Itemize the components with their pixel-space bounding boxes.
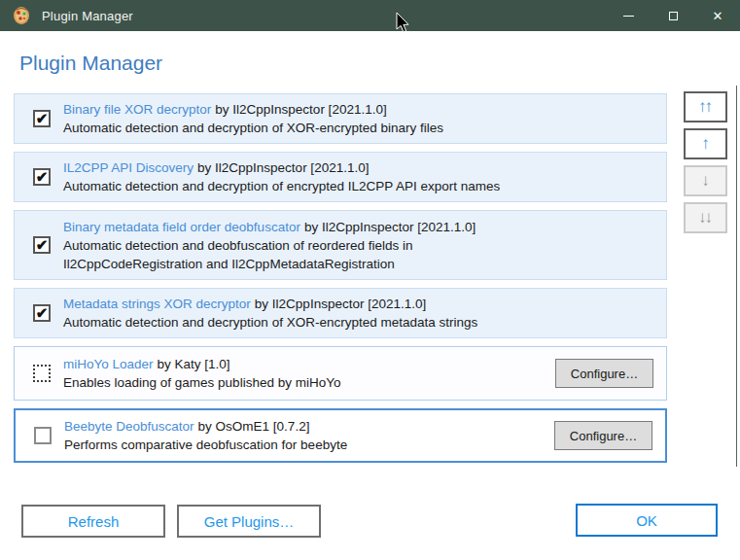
check-icon: ✔ <box>36 237 49 252</box>
minimize-icon <box>623 16 634 17</box>
double-down-arrow-icon: ↓↓ <box>698 208 711 228</box>
plugin-name-link[interactable]: Beebyte Deobfuscator <box>64 419 194 434</box>
minimize-button[interactable] <box>606 0 651 31</box>
plugin-row-il2cpp-api-discovery[interactable]: ✔ IL2CPP API Discoveryby Il2CppInspector… <box>14 152 667 202</box>
refresh-button[interactable]: Refresh <box>21 505 165 538</box>
plugin-checkbox[interactable] <box>34 427 52 444</box>
plugin-description: Automatic detection and deobfuscation of… <box>63 236 520 273</box>
plugin-description: Automatic detection and decryption of XO… <box>63 119 658 137</box>
plugin-row-beebyte-deobfuscator[interactable]: Beebyte Deobfuscatorby OsOmE1 [0.7.2] Pe… <box>14 408 667 463</box>
window-title: Plugin Manager <box>42 9 133 23</box>
move-down-button[interactable]: ↓ <box>684 165 727 196</box>
plugin-name-link[interactable]: Binary metadata field order deobfuscator <box>63 220 300 234</box>
app-logo-icon <box>11 5 32 26</box>
page-title: Plugin Manager <box>19 52 162 75</box>
close-icon: ✕ <box>713 9 723 23</box>
plugin-byline: by Il2CppInspector [2021.1.0] <box>304 220 476 234</box>
check-icon: ✔ <box>36 111 49 125</box>
plugin-checkbox[interactable]: ✔ <box>33 110 51 127</box>
plugin-description: Automatic detection and decryption of en… <box>63 177 658 195</box>
plugin-name-link[interactable]: Metadata strings XOR decryptor <box>63 297 251 311</box>
plugin-row-mihoyo-loader[interactable]: miHoYo Loaderby Katy [1.0] Enables loadi… <box>14 346 667 401</box>
plugin-manager-window: Plugin Manager ✕ Plugin Manager ✔ Binary… <box>0 0 740 560</box>
plugin-name-link[interactable]: miHoYo Loader <box>63 357 154 371</box>
plugin-row-metadata-strings-xor-decryptor[interactable]: ✔ Metadata strings XOR decryptorby Il2Cp… <box>14 288 667 338</box>
plugin-byline: by Il2CppInspector [2021.1.0] <box>197 160 369 175</box>
plugin-row-binary-file-xor-decryptor[interactable]: ✔ Binary file XOR decryptorby Il2CppInsp… <box>14 93 667 144</box>
configure-button[interactable]: Configure… <box>554 421 652 450</box>
caption-buttons: ✕ <box>606 0 740 31</box>
maximize-button[interactable] <box>651 0 695 31</box>
plugin-name-link[interactable]: Binary file XOR decryptor <box>63 102 211 117</box>
close-button[interactable]: ✕ <box>695 0 740 31</box>
plugin-byline: by Il2CppInspector [2021.1.0] <box>255 297 426 311</box>
double-up-arrow-icon: ↑↑ <box>698 97 711 117</box>
configure-button[interactable]: Configure… <box>555 359 653 388</box>
plugin-checkbox[interactable]: ✔ <box>33 304 51 322</box>
plugin-checkbox[interactable] <box>33 365 51 382</box>
plugin-description: Automatic detection and decryption of XO… <box>63 313 658 332</box>
plugin-checkbox[interactable]: ✔ <box>33 168 51 186</box>
plugin-list: ✔ Binary file XOR decryptorby Il2CppInsp… <box>14 93 667 463</box>
maximize-icon <box>669 12 678 20</box>
check-icon: ✔ <box>36 169 49 184</box>
title-bar: Plugin Manager ✕ <box>0 0 740 31</box>
plugin-byline: by Katy [1.0] <box>158 357 230 371</box>
plugin-byline: by OsOmE1 [0.7.2] <box>198 419 310 434</box>
down-arrow-icon: ↓ <box>701 171 708 191</box>
list-right-border <box>736 86 737 467</box>
plugin-byline: by Il2CppInspector [2021.1.0] <box>215 102 386 117</box>
reorder-buttons: ↑↑ ↑ ↓ ↓↓ <box>684 91 727 233</box>
move-up-button[interactable]: ↑ <box>684 128 727 159</box>
move-to-top-button[interactable]: ↑↑ <box>684 91 727 122</box>
plugin-checkbox[interactable]: ✔ <box>33 236 51 254</box>
check-icon: ✔ <box>36 305 49 320</box>
up-arrow-icon: ↑ <box>701 134 708 154</box>
ok-button[interactable]: OK <box>576 504 718 537</box>
plugin-name-link[interactable]: IL2CPP API Discovery <box>63 160 194 175</box>
get-plugins-button[interactable]: Get Plugins… <box>177 505 321 538</box>
move-to-bottom-button[interactable]: ↓↓ <box>684 202 727 233</box>
plugin-row-binary-metadata-field-order-deobfuscator[interactable]: ✔ Binary metadata field order deobfuscat… <box>14 210 667 280</box>
